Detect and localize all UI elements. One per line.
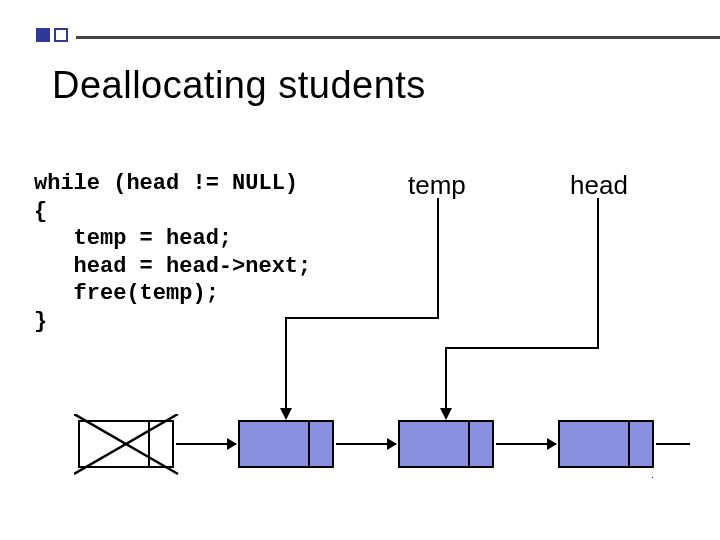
head-pointer-arrow-icon [440,198,620,428]
node-next-field [628,422,653,466]
node-next-field [148,422,173,466]
temp-pointer-label: temp [408,170,466,201]
next-arrow-icon [176,443,236,445]
code-line: temp = head; [34,226,232,251]
list-node [398,420,494,468]
slide-title: Deallocating students [52,64,426,107]
code-line: while (head != NULL) [34,171,298,196]
node-body [80,422,148,466]
node-body [240,422,308,466]
code-line: { [34,199,47,224]
accent-square-icon [36,28,50,42]
accent-square-outline-icon [54,28,68,42]
next-arrow-icon [336,443,396,445]
list-node [238,420,334,468]
svg-marker-0 [280,408,292,420]
node-body [400,422,468,466]
code-line: } [34,309,47,334]
next-arrow-icon [496,443,556,445]
node-next-field [308,422,333,466]
node-next-field [468,422,493,466]
slide-header-rule [76,36,720,39]
list-node [558,420,654,468]
code-block: while (head != NULL) { temp = head; head… [34,170,311,335]
tail-null-line [656,443,690,445]
slide-number: . [651,468,654,480]
head-pointer-label: head [570,170,628,201]
code-line: free(temp); [34,281,219,306]
node-body [560,422,628,466]
code-line: head = head->next; [34,254,311,279]
svg-marker-1 [440,408,452,420]
list-node-freed [78,420,174,468]
slide-header-bullets [36,28,68,42]
temp-pointer-arrow-icon [280,198,450,428]
